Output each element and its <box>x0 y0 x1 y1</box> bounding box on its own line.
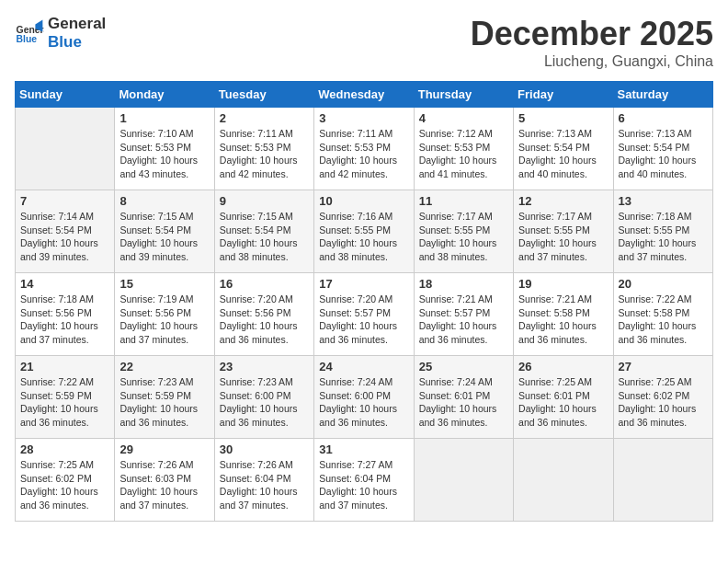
calendar-week-3: 21Sunrise: 7:22 AMSunset: 5:59 PMDayligh… <box>16 356 713 439</box>
day-detail: Sunrise: 7:24 AMSunset: 6:00 PMDaylight:… <box>319 375 408 430</box>
day-number: 21 <box>20 360 109 373</box>
day-number: 7 <box>20 194 109 208</box>
day-detail: Sunrise: 7:21 AMSunset: 5:58 PMDaylight:… <box>518 293 608 347</box>
day-number: 26 <box>518 360 608 373</box>
calendar-cell: 26Sunrise: 7:25 AMSunset: 6:01 PMDayligh… <box>514 356 613 439</box>
day-detail: Sunrise: 7:10 AMSunset: 5:53 PMDaylight:… <box>119 127 209 181</box>
calendar-subtitle: Liucheng, Guangxi, China <box>471 53 713 70</box>
calendar-cell: 25Sunrise: 7:24 AMSunset: 6:01 PMDayligh… <box>414 356 513 439</box>
day-detail: Sunrise: 7:20 AMSunset: 5:57 PMDaylight:… <box>319 293 408 347</box>
header-monday: Monday <box>115 82 214 108</box>
day-detail: Sunrise: 7:23 AMSunset: 6:00 PMDaylight:… <box>220 375 309 430</box>
calendar-cell: 18Sunrise: 7:21 AMSunset: 5:57 PMDayligh… <box>414 273 513 356</box>
calendar-cell: 8Sunrise: 7:15 AMSunset: 5:54 PMDaylight… <box>115 190 214 273</box>
day-detail: Sunrise: 7:26 AMSunset: 6:04 PMDaylight:… <box>220 458 309 512</box>
day-detail: Sunrise: 7:26 AMSunset: 6:03 PMDaylight:… <box>119 458 209 512</box>
calendar-cell: 1Sunrise: 7:10 AMSunset: 5:53 PMDaylight… <box>115 108 214 190</box>
logo-blue: Blue <box>48 33 106 52</box>
calendar-cell: 29Sunrise: 7:26 AMSunset: 6:03 PMDayligh… <box>115 439 214 522</box>
calendar-table: SundayMondayTuesdayWednesdayThursdayFrid… <box>15 81 713 522</box>
svg-text:Blue: Blue <box>17 35 38 45</box>
calendar-cell: 6Sunrise: 7:13 AMSunset: 5:54 PMDaylight… <box>613 108 712 190</box>
calendar-cell: 15Sunrise: 7:19 AMSunset: 5:56 PMDayligh… <box>115 273 214 356</box>
calendar-cell: 31Sunrise: 7:27 AMSunset: 6:04 PMDayligh… <box>314 439 414 522</box>
calendar-cell: 4Sunrise: 7:12 AMSunset: 5:53 PMDaylight… <box>414 108 513 190</box>
calendar-cell: 24Sunrise: 7:24 AMSunset: 6:00 PMDayligh… <box>314 356 414 439</box>
day-detail: Sunrise: 7:16 AMSunset: 5:55 PMDaylight:… <box>319 210 408 264</box>
day-detail: Sunrise: 7:20 AMSunset: 5:56 PMDaylight:… <box>220 293 309 347</box>
calendar-cell <box>16 108 115 190</box>
header-friday: Friday <box>514 82 613 108</box>
day-detail: Sunrise: 7:22 AMSunset: 5:58 PMDaylight:… <box>619 293 708 347</box>
day-detail: Sunrise: 7:25 AMSunset: 6:02 PMDaylight:… <box>619 375 708 430</box>
calendar-cell: 7Sunrise: 7:14 AMSunset: 5:54 PMDaylight… <box>16 190 115 273</box>
day-detail: Sunrise: 7:24 AMSunset: 6:01 PMDaylight:… <box>419 375 508 430</box>
header-wednesday: Wednesday <box>314 82 414 108</box>
day-number: 2 <box>220 111 309 125</box>
day-detail: Sunrise: 7:21 AMSunset: 5:57 PMDaylight:… <box>419 293 508 347</box>
calendar-cell: 10Sunrise: 7:16 AMSunset: 5:55 PMDayligh… <box>314 190 414 273</box>
day-number: 12 <box>518 194 608 208</box>
logo-icon: General Blue <box>15 18 44 48</box>
day-number: 23 <box>220 360 309 373</box>
day-detail: Sunrise: 7:13 AMSunset: 5:54 PMDaylight:… <box>518 127 608 181</box>
logo-general: General <box>48 15 106 33</box>
day-number: 3 <box>319 111 408 125</box>
day-detail: Sunrise: 7:18 AMSunset: 5:55 PMDaylight:… <box>619 210 708 264</box>
calendar-week-4: 28Sunrise: 7:25 AMSunset: 6:02 PMDayligh… <box>16 439 713 522</box>
calendar-cell <box>613 439 712 522</box>
day-detail: Sunrise: 7:15 AMSunset: 5:54 PMDaylight:… <box>119 210 209 264</box>
calendar-cell <box>514 439 613 522</box>
calendar-cell: 20Sunrise: 7:22 AMSunset: 5:58 PMDayligh… <box>613 273 712 356</box>
day-number: 31 <box>319 442 408 456</box>
day-detail: Sunrise: 7:11 AMSunset: 5:53 PMDaylight:… <box>319 127 408 181</box>
calendar-week-2: 14Sunrise: 7:18 AMSunset: 5:56 PMDayligh… <box>16 273 713 356</box>
day-detail: Sunrise: 7:17 AMSunset: 5:55 PMDaylight:… <box>419 210 508 264</box>
day-detail: Sunrise: 7:25 AMSunset: 6:02 PMDaylight:… <box>20 458 109 512</box>
day-number: 10 <box>319 194 408 208</box>
calendar-week-1: 7Sunrise: 7:14 AMSunset: 5:54 PMDaylight… <box>16 190 713 273</box>
calendar-cell <box>414 439 513 522</box>
day-detail: Sunrise: 7:23 AMSunset: 5:59 PMDaylight:… <box>119 375 209 430</box>
day-number: 14 <box>20 277 109 291</box>
calendar-cell: 2Sunrise: 7:11 AMSunset: 5:53 PMDaylight… <box>214 108 313 190</box>
day-detail: Sunrise: 7:18 AMSunset: 5:56 PMDaylight:… <box>20 293 109 347</box>
day-detail: Sunrise: 7:12 AMSunset: 5:53 PMDaylight:… <box>419 127 508 181</box>
page-header: General Blue General Blue December 2025 … <box>15 15 713 70</box>
day-number: 15 <box>119 277 209 291</box>
day-number: 5 <box>518 111 608 125</box>
day-number: 25 <box>419 360 508 373</box>
day-number: 24 <box>319 360 408 373</box>
calendar-header-row: SundayMondayTuesdayWednesdayThursdayFrid… <box>16 82 713 108</box>
day-number: 13 <box>619 194 708 208</box>
day-detail: Sunrise: 7:14 AMSunset: 5:54 PMDaylight:… <box>20 210 109 264</box>
day-number: 6 <box>619 111 708 125</box>
day-detail: Sunrise: 7:11 AMSunset: 5:53 PMDaylight:… <box>220 127 309 181</box>
calendar-cell: 17Sunrise: 7:20 AMSunset: 5:57 PMDayligh… <box>314 273 414 356</box>
day-number: 28 <box>20 442 109 456</box>
logo: General Blue General Blue <box>15 15 106 52</box>
calendar-cell: 21Sunrise: 7:22 AMSunset: 5:59 PMDayligh… <box>16 356 115 439</box>
day-detail: Sunrise: 7:19 AMSunset: 5:56 PMDaylight:… <box>119 293 209 347</box>
day-number: 11 <box>419 194 508 208</box>
day-detail: Sunrise: 7:15 AMSunset: 5:54 PMDaylight:… <box>220 210 309 264</box>
calendar-title: December 2025 <box>471 15 713 53</box>
calendar-title-block: December 2025 Liucheng, Guangxi, China <box>471 15 713 70</box>
calendar-cell: 11Sunrise: 7:17 AMSunset: 5:55 PMDayligh… <box>414 190 513 273</box>
calendar-cell: 28Sunrise: 7:25 AMSunset: 6:02 PMDayligh… <box>16 439 115 522</box>
day-number: 4 <box>419 111 508 125</box>
day-number: 9 <box>220 194 309 208</box>
day-number: 18 <box>419 277 508 291</box>
day-number: 8 <box>119 194 209 208</box>
calendar-cell: 3Sunrise: 7:11 AMSunset: 5:53 PMDaylight… <box>314 108 414 190</box>
header-sunday: Sunday <box>16 82 115 108</box>
day-detail: Sunrise: 7:17 AMSunset: 5:55 PMDaylight:… <box>518 210 608 264</box>
day-number: 17 <box>319 277 408 291</box>
calendar-week-0: 1Sunrise: 7:10 AMSunset: 5:53 PMDaylight… <box>16 108 713 190</box>
calendar-cell: 12Sunrise: 7:17 AMSunset: 5:55 PMDayligh… <box>514 190 613 273</box>
day-number: 1 <box>119 111 209 125</box>
day-detail: Sunrise: 7:13 AMSunset: 5:54 PMDaylight:… <box>619 127 708 181</box>
calendar-cell: 30Sunrise: 7:26 AMSunset: 6:04 PMDayligh… <box>214 439 313 522</box>
day-detail: Sunrise: 7:22 AMSunset: 5:59 PMDaylight:… <box>20 375 109 430</box>
day-number: 22 <box>119 360 209 373</box>
